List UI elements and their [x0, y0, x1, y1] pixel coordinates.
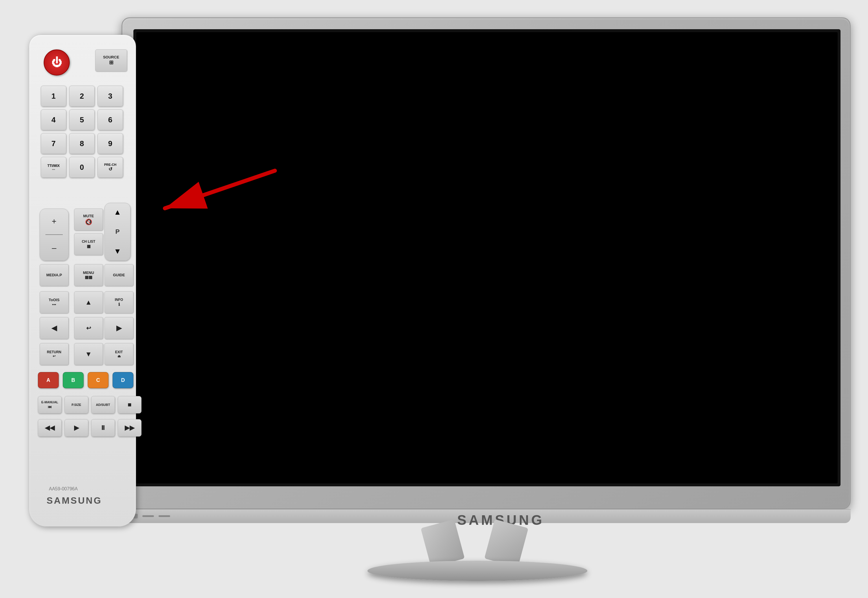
number-grid: 1 2 3 4 5 6 7 8 9 TTI/MIX▪▪▪ 0 PRE-CH↺ [41, 86, 123, 201]
adsubt-button[interactable]: AD/SUBT [91, 396, 115, 413]
playback-row: ◀◀ ▶ ⏸ ▶▶ [38, 419, 142, 437]
remote-control: ⏻ SOURCE ⊞ 1 2 3 4 5 6 7 8 9 TTI/MIX▪▪▪ … [29, 35, 136, 526]
btn-5[interactable]: 5 [69, 109, 95, 130]
color-d-button[interactable]: D [112, 372, 133, 388]
mediap-label: MEDIA.P [46, 273, 62, 277]
ch-list-icon: ▦ [87, 244, 91, 249]
color-c-button[interactable]: C [88, 372, 109, 388]
stop-icon: ■ [128, 401, 131, 409]
remote-brand-label: SAMSUNG [46, 495, 102, 506]
tv-screen-area [133, 29, 841, 486]
mute-icon: 🔇 [85, 218, 92, 225]
return-icon: ↩ [53, 354, 55, 358]
volume-up-button[interactable]: + [52, 217, 57, 226]
source-button[interactable]: SOURCE ⊞ [95, 49, 127, 72]
volume-control: + – [40, 209, 69, 261]
tools-label: ToOlS [49, 298, 59, 302]
btn-3[interactable]: 3 [97, 86, 123, 106]
btn-1[interactable]: 1 [41, 86, 66, 106]
stop-button[interactable]: ■ [118, 396, 142, 413]
up-button[interactable]: ▲ [74, 292, 103, 313]
exit-button[interactable]: EXIT ⏏ [105, 343, 133, 365]
info-icon: ℹ [118, 302, 120, 307]
p-label: P [115, 228, 120, 236]
color-b-button[interactable]: B [63, 372, 84, 388]
guide-button[interactable]: GUIDE [105, 264, 133, 286]
btn-4[interactable]: 4 [41, 109, 66, 130]
color-a-button[interactable]: A [38, 372, 59, 388]
btn-tti[interactable]: TTI/MIX▪▪▪ [41, 157, 66, 178]
btn-9[interactable]: 9 [97, 133, 123, 154]
btn-7[interactable]: 7 [41, 133, 66, 154]
tools-button[interactable]: ToOlS ▪▪▪ [40, 292, 69, 313]
ch-list-label: CH LIST [82, 239, 96, 244]
exit-label: EXIT [115, 350, 123, 354]
emanual-label: E-MANUAL [41, 400, 58, 404]
mute-label: MUTE [83, 214, 94, 218]
btn-8[interactable]: 8 [69, 133, 95, 154]
play-button[interactable]: ▶ [64, 419, 88, 437]
return-label: RETURN [47, 350, 61, 354]
tv-indicator [142, 515, 154, 517]
tv-screen [136, 32, 838, 483]
tools-icon: ▪▪▪ [52, 302, 56, 307]
left-button[interactable]: ◀ [40, 317, 69, 339]
tv: SAMSUNG [121, 17, 851, 567]
pause-icon: ⏸ [100, 424, 106, 432]
rewind-button[interactable]: ◀◀ [38, 419, 62, 437]
select-button[interactable]: ↩ [74, 317, 103, 339]
btn-6[interactable]: 6 [97, 109, 123, 130]
rewind-icon: ◀◀ [45, 424, 55, 432]
power-button[interactable]: ⏻ [44, 49, 70, 76]
info-button[interactable]: INFO ℹ [105, 292, 133, 313]
play-icon: ▶ [74, 424, 79, 432]
exit-icon: ⏏ [118, 354, 121, 358]
return-button[interactable]: RETURN ↩ [40, 343, 69, 365]
menu-label: MENU [83, 271, 94, 275]
tv-frame [121, 17, 851, 509]
color-buttons: A B C D [38, 372, 133, 388]
down-button[interactable]: ▼ [74, 343, 103, 365]
psize-label: P.SIZE [72, 403, 81, 407]
stand-base [368, 561, 587, 581]
model-number: AA59-00796A [49, 486, 78, 492]
emanual-button[interactable]: E-MANUAL ⏮ [38, 396, 62, 413]
btn-0[interactable]: 0 [69, 157, 95, 178]
volume-down-button[interactable]: – [52, 243, 57, 253]
btn-2[interactable]: 2 [69, 86, 95, 106]
tv-indicator [158, 515, 170, 517]
adsubt-label: AD/SUBT [96, 403, 110, 407]
menu-button[interactable]: MENU ▦▦ [74, 264, 103, 286]
source-icon: ⊞ [109, 60, 114, 66]
info-label: INFO [115, 298, 123, 302]
channel-down-button[interactable]: ▼ [114, 247, 121, 256]
psize-button[interactable]: P.SIZE [64, 396, 88, 413]
ch-list-button[interactable]: CH LIST ▦ [74, 233, 103, 255]
mediap-button[interactable]: MEDIA.P [40, 264, 69, 286]
ff-icon: ▶▶ [125, 424, 134, 432]
emanual-icon: ⏮ [48, 404, 52, 410]
mute-button[interactable]: MUTE 🔇 [74, 209, 103, 230]
volume-divider [45, 234, 63, 235]
channel-up-button[interactable]: ▲ [114, 208, 121, 217]
right-button[interactable]: ▶ [105, 317, 133, 339]
function-row: E-MANUAL ⏮ P.SIZE AD/SUBT ■ [38, 396, 142, 413]
guide-label: GUIDE [113, 273, 125, 277]
btn-prech[interactable]: PRE-CH↺ [97, 157, 123, 178]
pause-button[interactable]: ⏸ [91, 419, 115, 437]
channel-arrows: ▲ P ▼ [105, 203, 130, 261]
menu-icon: ▦▦ [85, 275, 92, 280]
ff-button[interactable]: ▶▶ [118, 419, 142, 437]
source-label: SOURCE [103, 55, 119, 60]
